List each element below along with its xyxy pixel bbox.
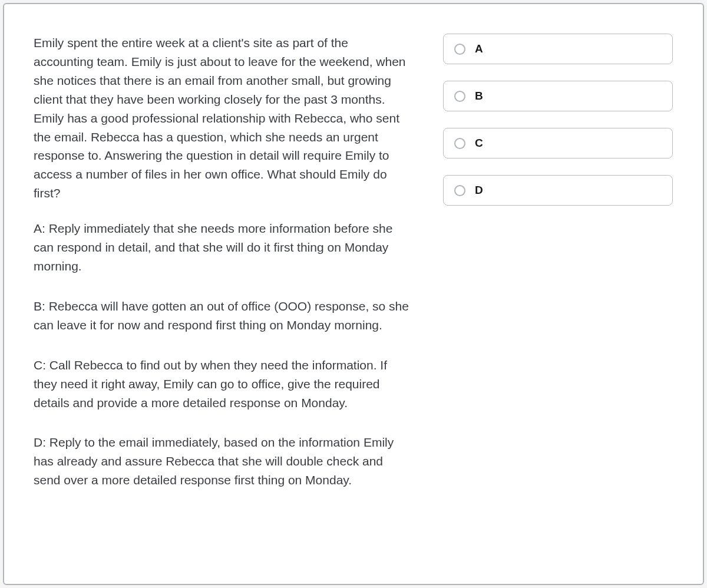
question-text: Emily spent the entire week at a client'… [34, 34, 411, 203]
option-label-c: C [475, 137, 483, 150]
radio-icon [454, 91, 465, 102]
radio-icon [454, 44, 465, 55]
question-column: Emily spent the entire week at a client'… [34, 34, 411, 554]
answer-text-b: B: Rebecca will have gotten an out of of… [34, 297, 411, 335]
option-label-a: A [475, 42, 483, 55]
option-button-d[interactable]: D [443, 175, 673, 206]
quiz-container: Emily spent the entire week at a client'… [3, 3, 704, 585]
answer-text-d: D: Reply to the email immediately, based… [34, 433, 411, 490]
option-button-c[interactable]: C [443, 128, 673, 158]
radio-icon [454, 138, 465, 149]
radio-icon [454, 185, 465, 196]
answer-text-c: C: Call Rebecca to find out by when they… [34, 356, 411, 412]
options-column: A B C D [443, 34, 673, 554]
option-label-b: B [475, 90, 483, 103]
option-button-b[interactable]: B [443, 81, 673, 111]
option-label-d: D [475, 184, 483, 197]
answer-text-a: A: Reply immediately that she needs more… [34, 219, 411, 276]
option-button-a[interactable]: A [443, 34, 673, 64]
